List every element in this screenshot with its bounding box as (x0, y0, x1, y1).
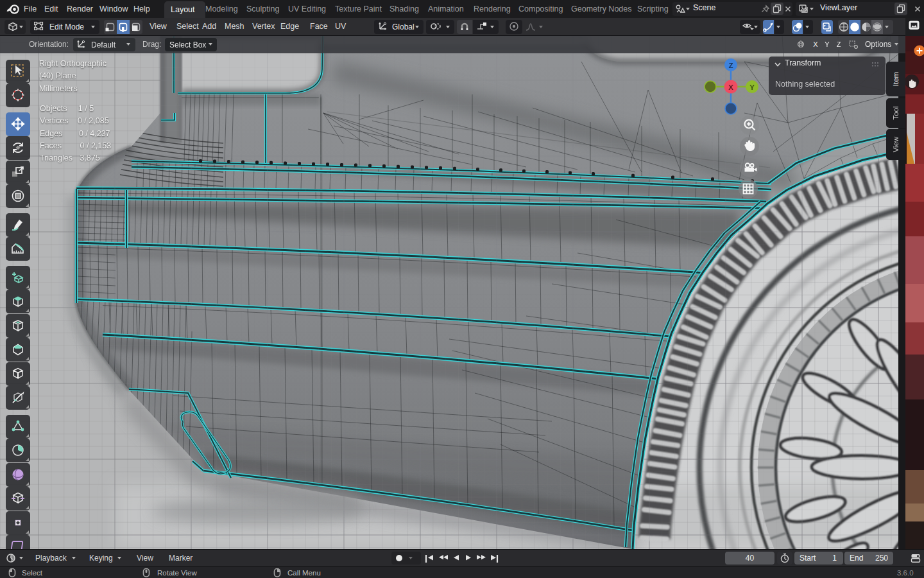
svg-text:Y: Y (749, 83, 755, 91)
svg-text:X: X (728, 83, 733, 91)
svg-text:Z: Z (728, 62, 733, 69)
